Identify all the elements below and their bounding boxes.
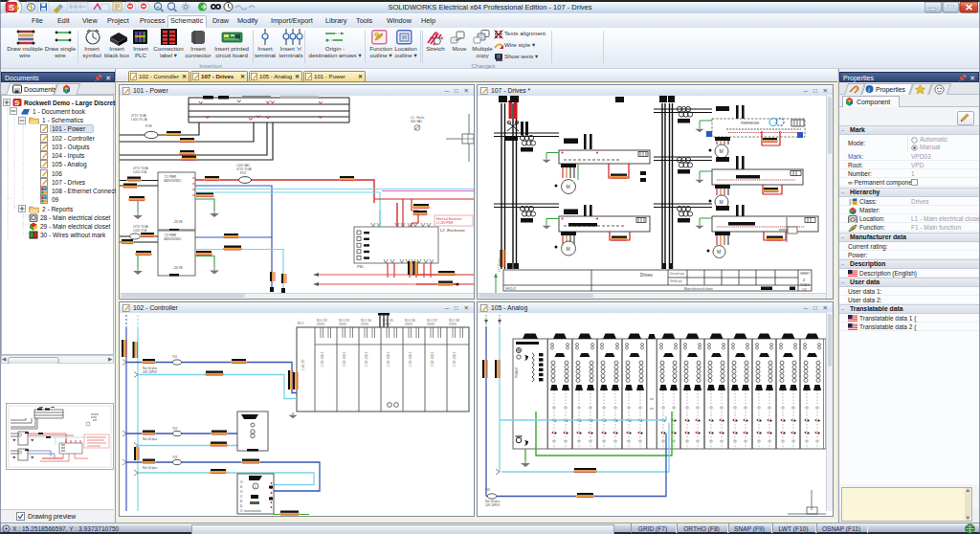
- svg-text:Dessiné par: Dessiné par: [670, 272, 684, 276]
- svg-text:Net 04 plus: Net 04 plus: [143, 466, 158, 470]
- svg-text:107: 107: [802, 288, 807, 292]
- svg-text:4: 4: [803, 278, 805, 282]
- svg-text:XXXX: XXXX: [427, 323, 434, 326]
- svg-text:Vérifié par: Vérifié par: [670, 279, 682, 283]
- svg-text:M: M: [720, 148, 724, 154]
- svg-text:24V 10F5V: 24V 10F5V: [485, 503, 500, 507]
- svg-text:T03: T03: [172, 456, 178, 459]
- svg-text:T02: T02: [172, 427, 178, 431]
- svg-text:-F1W: -F1W: [145, 124, 152, 128]
- svg-text:480V/24VDC: 480V/24VDC: [164, 179, 182, 183]
- svg-text:SHEET: SHEET: [800, 272, 810, 276]
- svg-text:400 VAC: 400 VAC: [411, 120, 423, 123]
- svg-text:T01: T01: [172, 355, 178, 359]
- svg-text:L400 V1A: L400 V1A: [133, 229, 147, 233]
- svg-text:SF1107: SF1107: [505, 287, 516, 291]
- svg-text:N1:1: N1:1: [298, 322, 304, 325]
- svg-text:Drives: Drives: [640, 273, 654, 278]
- svg-text:-24 VS: -24 VS: [173, 220, 183, 224]
- svg-text:XXXX: XXXX: [405, 323, 412, 326]
- svg-text:-24 VS: -24 VS: [173, 266, 183, 270]
- svg-text:XXXX: XXXX: [339, 323, 346, 326]
- svg-text:M: M: [567, 246, 570, 252]
- svg-text:XXXX: XXXX: [317, 323, 324, 326]
- svg-text:XXXX: XXXX: [361, 323, 368, 326]
- svg-text:L2 -Enclosure: L2 -Enclosure: [440, 228, 466, 233]
- svg-text:1746-OB16: 1746-OB16: [431, 351, 434, 367]
- svg-text:M: M: [720, 199, 724, 205]
- svg-text:1746-OB16: 1746-OB16: [365, 351, 368, 367]
- svg-text:L400 V3.2A: L400 V3.2A: [131, 118, 148, 122]
- svg-text:1746-OB16: 1746-OB16: [453, 351, 457, 367]
- svg-text:480V/24VDC: 480V/24VDC: [164, 237, 182, 241]
- svg-text:M: M: [717, 249, 721, 255]
- svg-text:24V 10F5V: 24V 10F5V: [143, 370, 157, 374]
- svg-text:Net 04 plus: Net 04 plus: [143, 437, 158, 441]
- svg-text:L400 V1A: L400 V1A: [133, 170, 147, 174]
- svg-text:1746-OB16: 1746-OB16: [343, 351, 346, 367]
- svg-text:PWRFEEDER: PWRFEEDER: [741, 122, 760, 125]
- svg-text:-PS1: -PS1: [356, 265, 364, 269]
- svg-text:1746-P2: 1746-P2: [301, 359, 305, 370]
- svg-text:FU2: FU2: [240, 171, 246, 175]
- svg-text:XXXX: XXXX: [449, 323, 457, 326]
- svg-text:M: M: [567, 184, 570, 189]
- svg-text:SCALE: SCALE: [800, 283, 810, 287]
- svg-text:L2 24V PWR: L2 24V PWR: [436, 221, 454, 225]
- svg-text:1746-OB16: 1746-OB16: [409, 351, 412, 367]
- svg-text:1746-OB16: 1746-OB16: [321, 351, 324, 367]
- svg-text:107 Drives: 107 Drives: [498, 257, 501, 272]
- svg-text:T05: T05: [485, 488, 491, 492]
- svg-text:1746-OB16: 1746-OB16: [387, 351, 390, 367]
- svg-text:POWER: POWER: [515, 367, 519, 378]
- svg-text:i: i: [868, 86, 870, 93]
- svg-text:Main electrical closet: Main electrical closet: [684, 287, 713, 291]
